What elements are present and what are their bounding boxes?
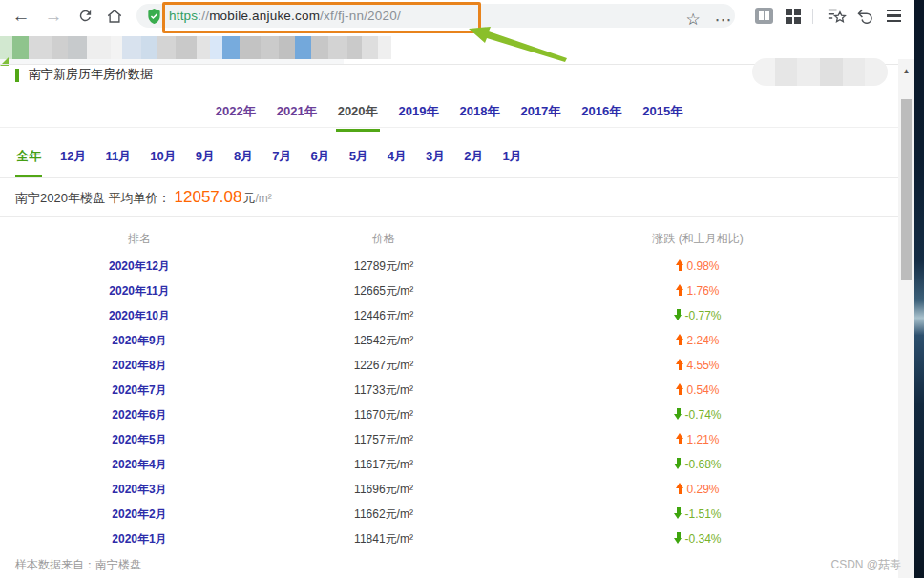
month-link[interactable]: 2020年3月 <box>112 483 166 496</box>
price-value: 11733元/m² <box>263 382 504 399</box>
change-value: 0.98% <box>504 259 892 273</box>
change-percent: 4.55% <box>686 359 719 372</box>
rank-cell: 2020年1月 <box>15 531 263 547</box>
month-tab-4月[interactable]: 4月 <box>387 146 408 178</box>
month-tab-6月[interactable]: 6月 <box>309 146 330 178</box>
table-header: 排名 价格 涨跌 (和上月相比) <box>15 231 892 247</box>
month-tab-3月[interactable]: 3月 <box>425 146 446 178</box>
censored-block <box>347 36 362 59</box>
month-tab-12月[interactable]: 12月 <box>59 146 87 178</box>
table-row: 2020年9月12542元/m²2.24% <box>15 328 892 353</box>
header-change: 涨跌 (和上月相比) <box>504 231 892 247</box>
change-percent: 2.24% <box>686 334 719 347</box>
price-value: 11662元/m² <box>263 506 504 523</box>
change-percent: -0.68% <box>684 458 721 471</box>
censored-block <box>295 36 311 59</box>
refresh-button[interactable] <box>72 0 98 31</box>
forward-button[interactable]: → <box>40 0 67 31</box>
price-unit-per: /m² <box>255 192 271 205</box>
browser-window: ← → https://mobile.anjuke.com/xf/fj-nn/2… <box>0 0 914 578</box>
table-row: 2020年10月12446元/m²-0.77% <box>15 303 892 328</box>
favorites-list-icon[interactable] <box>823 0 850 31</box>
censored-block <box>141 36 157 59</box>
rank-cell: 2020年12月 <box>15 258 263 275</box>
censored-block <box>240 36 261 59</box>
month-tab-10月[interactable]: 10月 <box>149 146 177 178</box>
censored-block <box>197 36 210 59</box>
toolbar-divider <box>812 9 813 24</box>
month-link[interactable]: 2020年7月 <box>112 383 166 397</box>
down-arrow-icon <box>674 532 682 544</box>
watermark: CSDN @菇毒 <box>830 557 901 573</box>
header-price: 价格 <box>263 231 504 247</box>
price-value: 12789元/m² <box>263 258 504 275</box>
rank-cell: 2020年7月 <box>15 382 263 399</box>
reading-list-icon[interactable] <box>750 0 777 31</box>
address-bar[interactable]: https://mobile.anjuke.com/xf/fj-nn/2020/… <box>136 4 735 28</box>
month-tab-1月[interactable]: 1月 <box>502 146 523 178</box>
month-link[interactable]: 2020年9月 <box>112 334 166 347</box>
change-value: 4.55% <box>504 359 892 372</box>
change-percent: -1.51% <box>684 507 721 521</box>
scrollbar-up-arrow[interactable]: ▲ <box>898 67 914 75</box>
month-tab-5月[interactable]: 5月 <box>348 146 369 178</box>
table-row: 2020年7月11733元/m²0.54% <box>15 378 892 403</box>
month-tab-8月[interactable]: 8月 <box>233 146 254 178</box>
down-arrow-icon <box>674 507 682 519</box>
summary-label: 南宁2020年楼盘 平均单价： <box>15 190 171 207</box>
change-value: -0.68% <box>504 458 892 471</box>
censored-block <box>820 58 843 86</box>
url-text: https://mobile.anjuke.com/xf/fj-nn/2020/ <box>169 9 401 23</box>
month-link[interactable]: 2020年6月 <box>112 408 166 422</box>
back-button[interactable]: ← <box>8 0 34 31</box>
up-arrow-icon <box>676 433 684 444</box>
month-tab-2月[interactable]: 2月 <box>463 146 484 178</box>
scrollbar[interactable]: ▲ <box>898 59 914 578</box>
menu-icon[interactable] <box>880 0 907 31</box>
month-tab-7月[interactable]: 7月 <box>271 146 292 178</box>
browser-toolbar: ← → https://mobile.anjuke.com/xf/fj-nn/2… <box>0 0 914 31</box>
month-link[interactable]: 2020年10月 <box>109 309 170 322</box>
rank-cell: 2020年2月 <box>15 506 263 523</box>
month-tab-9月[interactable]: 9月 <box>195 146 216 178</box>
table-row: 2020年11月12665元/m²1.76% <box>15 279 892 303</box>
censored-block <box>29 36 52 59</box>
month-link[interactable]: 2020年5月 <box>112 433 166 446</box>
change-percent: 1.76% <box>686 284 719 298</box>
page-title: 南宁新房历年房价数据 <box>29 65 153 84</box>
month-link[interactable]: 2020年4月 <box>112 458 166 471</box>
data-source-note: 样本数据来自：南宁楼盘 <box>15 557 141 573</box>
censored-block <box>752 58 775 86</box>
up-arrow-icon <box>676 334 684 345</box>
censored-block <box>362 36 378 59</box>
divider <box>0 127 898 128</box>
month-tab-11月[interactable]: 11月 <box>104 146 132 178</box>
month-link[interactable]: 2020年12月 <box>109 259 170 273</box>
censored-block <box>157 36 176 59</box>
change-percent: 0.54% <box>686 383 719 397</box>
change-percent: 1.21% <box>686 433 719 446</box>
month-link[interactable]: 2020年1月 <box>112 532 166 546</box>
table-row: 2020年6月11670元/m²-0.74% <box>15 403 892 427</box>
average-price-summary: 南宁2020年楼盘 平均单价： 12057.08 元 /m² <box>15 188 272 215</box>
censored-block <box>222 36 240 59</box>
undo-icon[interactable] <box>851 0 878 31</box>
change-value: 1.76% <box>504 284 892 298</box>
rank-cell: 2020年9月 <box>15 333 263 349</box>
apps-grid-icon[interactable] <box>780 0 807 31</box>
up-arrow-icon <box>676 284 684 296</box>
scrollbar-thumb[interactable] <box>901 99 912 280</box>
down-arrow-icon <box>674 458 682 469</box>
home-button[interactable] <box>101 0 128 31</box>
change-value: -1.51% <box>504 507 892 521</box>
price-value: 12446元/m² <box>263 308 504 324</box>
month-link[interactable]: 2020年2月 <box>112 507 166 521</box>
month-link[interactable]: 2020年8月 <box>112 359 166 372</box>
up-arrow-icon <box>676 259 684 271</box>
rank-cell: 2020年5月 <box>15 432 263 448</box>
month-link[interactable]: 2020年11月 <box>109 284 169 298</box>
change-value: -0.74% <box>504 408 892 422</box>
censored-block <box>0 36 12 59</box>
censored-block <box>68 36 87 59</box>
month-tab-全年[interactable]: 全年 <box>15 146 42 178</box>
